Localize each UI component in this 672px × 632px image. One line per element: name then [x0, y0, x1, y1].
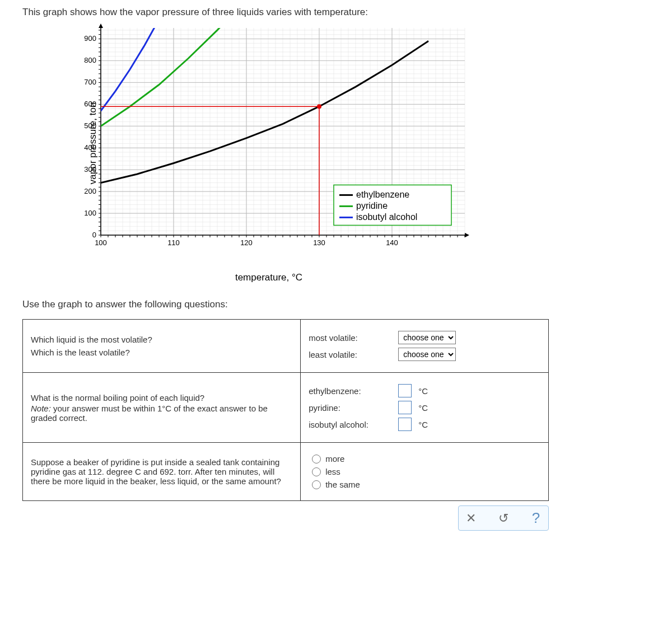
svg-text:130: 130 [313, 238, 325, 247]
q2-py-label: pyridine: [309, 403, 393, 413]
q1-least-label: least volatile: [309, 350, 393, 359]
q2-answer-cell: ethylbenzene: °C pyridine: °C isobutyl a… [301, 373, 549, 443]
q3-opt-same: the same [325, 480, 360, 489]
q3-radio-more[interactable] [312, 455, 321, 464]
close-icon[interactable]: ✕ [463, 511, 479, 526]
q2-eb-label: ethylbenzene: [309, 386, 393, 396]
reset-icon[interactable]: ↺ [496, 511, 511, 526]
q3-answer-cell: more less the same [301, 443, 549, 501]
svg-marker-229 [99, 24, 103, 28]
q1-prompt-1: Which liquid is the most volatile? [31, 335, 292, 344]
y-axis-label: vapor pressure, torr [87, 101, 99, 184]
q3-opt-more: more [325, 454, 344, 464]
svg-marker-231 [465, 233, 469, 237]
x-axis-label: temperature, °C [67, 272, 470, 283]
svg-point-235 [317, 104, 321, 109]
sub-intro-text: Use the graph to answer the following qu… [22, 299, 650, 310]
q2-prompt: What is the normal boiling point of each… [31, 393, 292, 402]
q3-radio-same[interactable] [312, 480, 321, 489]
unit-c: °C [418, 403, 428, 413]
q1-most-label: most volatile: [309, 333, 393, 343]
svg-text:140: 140 [386, 238, 398, 247]
intro-text: This graph shows how the vapor pressure … [22, 7, 650, 18]
svg-text:700: 700 [84, 78, 96, 86]
q2-prompt-cell: What is the normal boiling point of each… [23, 373, 301, 443]
q3-prompt: Suppose a beaker of pyridine is put insi… [31, 457, 292, 486]
isobutyl-bp-input[interactable] [398, 418, 412, 431]
most-volatile-select[interactable]: choose one [398, 331, 456, 344]
least-volatile-select[interactable]: choose one [398, 348, 456, 361]
svg-text:pyridine: pyridine [356, 201, 388, 210]
svg-text:800: 800 [84, 56, 96, 64]
q3-radio-less[interactable] [312, 467, 321, 476]
vapor-pressure-chart: vapor pressure, torr 0100200300400500600… [67, 22, 470, 263]
svg-text:200: 200 [84, 187, 96, 195]
question-table: Which liquid is the most volatile? Which… [22, 319, 549, 501]
svg-text:110: 110 [167, 238, 180, 247]
svg-text:0: 0 [92, 231, 96, 239]
pyridine-bp-input[interactable] [398, 401, 412, 414]
q3-opt-less: less [325, 467, 340, 476]
q2-note: Note: your answer must be within 1°C of … [31, 404, 292, 423]
unit-c: °C [418, 420, 428, 429]
svg-text:ethylbenzene: ethylbenzene [356, 190, 409, 199]
q1-prompt-cell: Which liquid is the most volatile? Which… [23, 320, 301, 373]
svg-text:100: 100 [95, 238, 107, 247]
svg-text:900: 900 [84, 34, 96, 43]
button-bar: ✕ ↺ ? [22, 505, 549, 531]
q1-answer-cell: most volatile: choose one least volatile… [301, 320, 549, 373]
q1-prompt-2: Which is the least volatile? [31, 348, 292, 357]
svg-text:120: 120 [240, 238, 253, 247]
q3-prompt-cell: Suppose a beaker of pyridine is put insi… [23, 443, 301, 501]
ethylbenzene-bp-input[interactable] [398, 384, 412, 397]
svg-text:100: 100 [84, 209, 96, 217]
help-icon[interactable]: ? [528, 509, 544, 527]
svg-text:isobutyl alcohol: isobutyl alcohol [356, 212, 417, 222]
unit-c: °C [418, 386, 428, 396]
q2-ib-label: isobutyl alcohol: [309, 420, 393, 429]
